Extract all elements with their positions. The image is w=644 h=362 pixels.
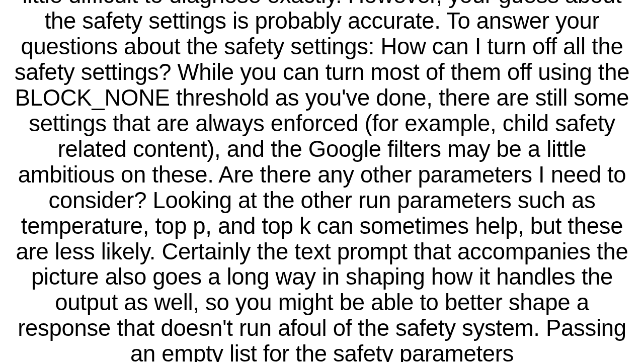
document-body-text: little difficult to diagnose exactly. Ho…	[0, 0, 644, 362]
